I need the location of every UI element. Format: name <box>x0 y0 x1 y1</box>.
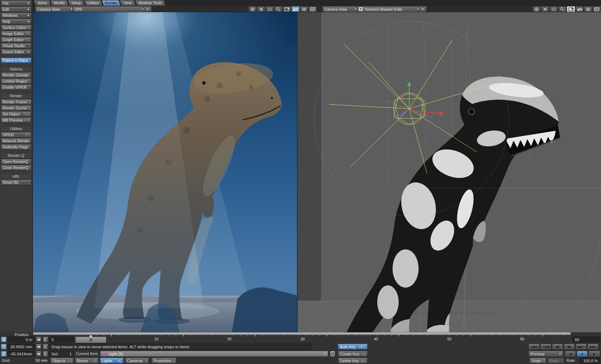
zoom-icon[interactable] <box>274 6 283 12</box>
radiosity-flags-button[interactable]: Radiosity Flags <box>1 144 31 150</box>
camera-toggle-icon[interactable] <box>291 6 300 12</box>
left-view-type-dropdown[interactable]: Camera View▼ <box>35 6 75 12</box>
tab-render[interactable]: Render <box>101 0 121 6</box>
parent-in-place-toggle[interactable]: Parent in Place <box>1 58 31 63</box>
opengl-shaded-viewport[interactable] <box>298 12 601 332</box>
z-axis-badge[interactable]: Z <box>1 351 7 357</box>
scene-editor-button[interactable]: Scene Editor▼ <box>1 49 31 55</box>
rate-field[interactable]: 100.0 % <box>580 358 600 364</box>
right-viewport-options-dropdown[interactable]: ▼ <box>419 6 427 12</box>
render-frame-button[interactable]: Render FrameF9 <box>1 99 31 105</box>
x-axis-badge[interactable]: X <box>1 336 7 343</box>
previous-frame-button[interactable]: ◀II <box>552 344 563 350</box>
play-reverse-button[interactable]: ◀ <box>565 351 576 357</box>
y-axis-badge[interactable]: Y <box>1 344 7 350</box>
texture-mode-icon: T <box>359 7 363 11</box>
auto-key-toggle[interactable]: Auto Key+F1 <box>338 344 368 350</box>
z-stepper[interactable]: ◀▶ <box>36 351 41 357</box>
left-viewport-options-dropdown[interactable]: ▼ <box>143 6 152 12</box>
tab-modeler-tools[interactable]: Modeler Tools <box>135 0 166 6</box>
viewport-layout-icon[interactable] <box>308 6 317 12</box>
graph-editor-button[interactable]: Graph Editor^F2 <box>1 37 31 43</box>
zoom-icon[interactable] <box>558 6 567 12</box>
item-properties-button[interactable] <box>329 351 336 357</box>
open-renderq-button[interactable]: Open RenderQ <box>1 159 31 164</box>
z-position-field[interactable]: -65.0419mm <box>8 351 35 357</box>
right-view-type-dropdown[interactable]: Camera View▼ <box>322 6 360 12</box>
image-editor-button[interactable]: Image EditorF6 <box>1 31 31 36</box>
frame-ruler[interactable] <box>75 334 570 336</box>
limited-region-button[interactable]: Limited Regionl <box>1 78 31 84</box>
previous-key-button[interactable]: +◀◀ <box>540 344 551 350</box>
tab-items[interactable]: Items <box>33 0 51 6</box>
edit-bones-button[interactable]: Bones+B <box>75 358 99 364</box>
enable-viper-button[interactable]: Enable VIPER <box>1 84 31 90</box>
last-frame-field[interactable]: 60 <box>572 336 600 343</box>
play-forward-button[interactable]: ▶ <box>588 351 600 357</box>
frame-label: 30 <box>300 337 305 341</box>
menu-file[interactable]: File▼ <box>1 0 31 6</box>
network-render-button[interactable]: Network Render <box>1 138 31 144</box>
go-to-first-frame-button[interactable]: |◀◀ <box>528 344 539 350</box>
pan-icon[interactable] <box>532 6 541 12</box>
y-envelope-button[interactable]: E <box>43 344 48 350</box>
menu-edit[interactable]: Edit▼ <box>1 6 31 12</box>
y-stepper[interactable]: ◀▶ <box>36 344 41 350</box>
render-scene-button[interactable]: Render SceneF10 <box>1 105 31 111</box>
left-render-mode-dropdown[interactable]: VPR▼ <box>72 6 147 12</box>
smart-ibl-button[interactable]: Smart IBL <box>1 179 31 185</box>
right-render-mode-dropdown[interactable]: TTextured Shaded Solid▼ <box>357 6 422 12</box>
recenter-icon[interactable] <box>265 6 274 12</box>
x-position-field[interactable]: 0 m <box>8 336 35 343</box>
next-key-button[interactable]: ▶▶+ <box>576 344 587 350</box>
current-item-dropdown[interactable]: Light (3)▼ <box>100 351 328 357</box>
tab-view[interactable]: View <box>119 0 136 6</box>
edit-lights-button[interactable]: Lights+L <box>100 358 124 364</box>
timeline-track[interactable]: 10 20 30 40 50 60 0 <box>75 336 570 343</box>
x-stepper[interactable]: ◀▶ <box>36 336 41 343</box>
x-envelope-button[interactable]: E <box>43 336 48 343</box>
close-renderq-button[interactable]: Close RenderQ <box>1 165 31 171</box>
mb-preview-button[interactable]: MB Preview+F9 <box>1 117 31 123</box>
undo-button[interactable]: Undo^Z <box>529 358 546 364</box>
viewport-layout-icon[interactable] <box>592 6 601 12</box>
menu-windows[interactable]: Windows▼ <box>1 13 31 18</box>
recenter-icon[interactable] <box>549 6 558 12</box>
y-position-field[interactable]: 39.9992 mm <box>8 344 35 350</box>
tab-utilities[interactable]: Utilities <box>83 0 103 6</box>
create-key-button[interactable]: Create Keyret <box>338 351 368 357</box>
tab-modify[interactable]: Modify <box>50 0 69 6</box>
frame-label: 10 <box>154 337 158 341</box>
lightwave-layout-window: { "glyphs": { "dropdown": "▼", "stepper"… <box>0 0 601 364</box>
viewport-header-bar: Camera View▼ VPR▼ ▼ Camera View▼ TTextur… <box>33 6 601 12</box>
delete-key-button[interactable]: Delete Keydel <box>338 358 368 364</box>
rotate-icon[interactable] <box>541 6 549 12</box>
properties-button[interactable]: Propertiesp <box>151 358 176 364</box>
preview-dropdown[interactable]: Preview▼ <box>528 351 563 357</box>
redo-button[interactable]: Redo <box>547 358 564 364</box>
pause-button[interactable]: II <box>577 351 588 357</box>
maximize-icon[interactable] <box>283 6 291 12</box>
viper-button[interactable]: VIPERF7 <box>1 132 31 138</box>
first-frame-field[interactable]: 0 <box>49 336 74 343</box>
menu-icon[interactable] <box>300 6 308 12</box>
render-globals-button[interactable]: Render Globals <box>1 72 31 78</box>
pan-icon[interactable] <box>248 6 257 12</box>
surface-editor-button[interactable]: Surface EditorF5 <box>1 25 31 30</box>
sel-object-button[interactable]: Sel ObjectF11 <box>1 111 31 117</box>
section-utilities: Utilities <box>1 126 31 132</box>
rotate-icon[interactable] <box>257 6 265 12</box>
vpr-render-viewport[interactable] <box>33 12 297 332</box>
edit-cameras-button[interactable]: Cameras+C <box>125 358 149 364</box>
next-frame-button[interactable]: II▶ <box>564 344 575 350</box>
z-envelope-button[interactable]: E <box>43 351 48 357</box>
edit-objects-button[interactable]: Objects+O <box>50 358 74 364</box>
tab-setup[interactable]: Setup <box>67 0 85 6</box>
menu-help[interactable]: Help▼ <box>1 19 31 24</box>
maximize-icon[interactable] <box>567 6 575 12</box>
camera-toggle-icon[interactable] <box>575 6 584 12</box>
virtual-studio-button[interactable]: Virtual Studio <box>1 43 31 49</box>
menu-icon[interactable] <box>584 6 592 12</box>
go-to-last-frame-button[interactable]: ▶▶| <box>587 344 598 350</box>
frame-slider-handle[interactable]: 0 <box>75 336 107 343</box>
